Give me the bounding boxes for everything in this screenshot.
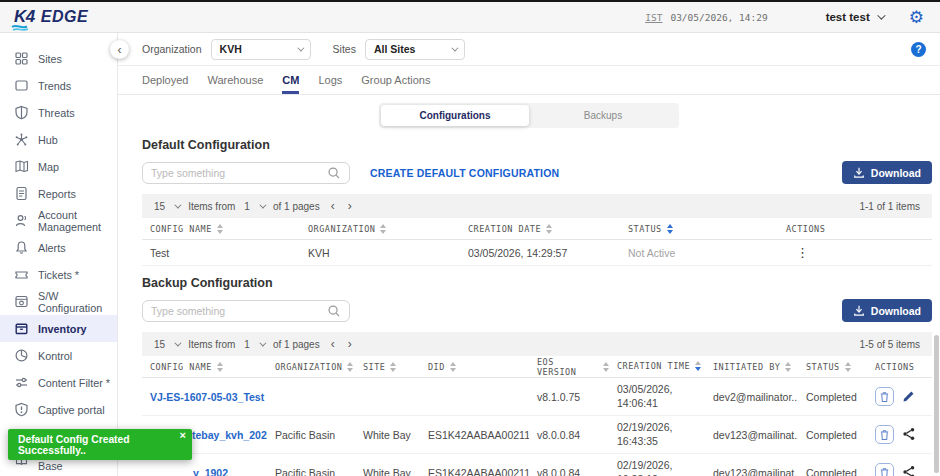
initiated-by-cell: dev2@mailinator...	[705, 391, 798, 403]
sidebar-item-reports[interactable]: Reports	[0, 180, 117, 207]
items-from-label: Items from	[188, 201, 235, 212]
sidebar-item-threats[interactable]: Threats	[0, 99, 117, 126]
delete-button[interactable]	[875, 463, 894, 476]
download-button[interactable]: Download	[842, 299, 932, 322]
toast-close-icon[interactable]: ×	[180, 429, 186, 441]
sidebar-item-label: Hub	[38, 134, 58, 146]
organization-label: Organization	[142, 43, 202, 55]
backup-pagination: 15 Items from 1 of 1 pages ‹ › 1-5 of 5 …	[142, 332, 932, 356]
page-size-value[interactable]: 15	[154, 201, 165, 212]
inventory-box-icon	[14, 321, 29, 336]
sort-icon[interactable]	[546, 224, 552, 234]
column-header: DID	[428, 362, 445, 372]
search-input[interactable]	[151, 305, 327, 317]
page-size-value[interactable]: 15	[154, 339, 165, 350]
delete-button[interactable]	[875, 425, 894, 444]
of-pages-label: of 1 pages	[273, 201, 320, 212]
sidebar: Sites Trends Threats Hub Map Reports	[0, 33, 118, 476]
column-header: CONFIG NAME	[150, 362, 212, 372]
sidebar-item-content-filter[interactable]: Content Filter *	[0, 369, 117, 396]
sidebar-item-captive-portal[interactable]: Captive portal	[0, 396, 117, 423]
sidebar-item-hub[interactable]: Hub	[0, 126, 117, 153]
user-name: test test	[826, 11, 870, 23]
chevron-down-icon	[175, 339, 182, 346]
tab-logs[interactable]: Logs	[318, 74, 342, 94]
sidebar-item-sites[interactable]: Sites	[0, 45, 117, 72]
table-row: test_whitebay_kvh_2026 Pacific Basin Whi…	[142, 416, 932, 454]
default-configuration-section: Default Configuration CREATE DEFAULT CON…	[118, 138, 940, 266]
page-number-value[interactable]: 1	[244, 201, 250, 212]
sort-icon[interactable]	[845, 362, 851, 372]
status-cell: Completed	[798, 429, 867, 441]
next-page-button[interactable]: ›	[346, 337, 354, 351]
column-header: CREATION DATE	[468, 224, 541, 234]
download-button[interactable]: Download	[842, 161, 932, 184]
help-icon[interactable]: ?	[911, 42, 926, 57]
creation-time-cell: 02/19/2026, 16:43:35	[609, 421, 705, 448]
sort-icon[interactable]	[785, 362, 791, 372]
sidebar-collapse-button[interactable]: ‹	[110, 40, 129, 59]
tab-cm[interactable]: CM	[282, 74, 299, 94]
chevron-down-icon	[175, 201, 182, 208]
page-number-value[interactable]: 1	[244, 339, 250, 350]
did-cell: ES1K42AABAA002110	[420, 429, 529, 441]
sites-dropdown[interactable]: All Sites	[365, 39, 465, 60]
organization-value: KVH	[220, 43, 242, 55]
subtab-backups[interactable]: Backups	[529, 105, 677, 126]
config-name-cell: Test	[142, 247, 300, 259]
config-name-link[interactable]: VJ-ES-1607-05-03_Test	[142, 391, 267, 403]
sidebar-item-kontrol[interactable]: Kontrol	[0, 342, 117, 369]
sort-icon[interactable]	[217, 224, 223, 234]
column-header: ACTIONS	[875, 362, 914, 372]
initiated-by-cell: dev123@mailinat...	[705, 467, 798, 476]
kebab-menu-icon[interactable]: ⋮	[786, 245, 809, 260]
sidebar-item-map[interactable]: Map	[0, 153, 117, 180]
prev-page-button[interactable]: ‹	[329, 337, 337, 351]
create-default-configuration-link[interactable]: CREATE DEFAULT CONFIGURATION	[370, 167, 559, 179]
sidebar-item-trends[interactable]: Trends	[0, 72, 117, 99]
sort-icon[interactable]	[217, 362, 223, 372]
sidebar-item-account-management[interactable]: Account Management	[0, 207, 117, 234]
config-name-link[interactable]: y_1902	[142, 467, 267, 476]
datetime-label: 03/05/2026, 14:29	[670, 12, 767, 23]
organization-dropdown[interactable]: KVH	[211, 39, 311, 60]
sort-icon[interactable]	[380, 224, 386, 234]
search-input[interactable]	[151, 167, 327, 179]
subtab-configurations[interactable]: Configurations	[381, 105, 529, 126]
sort-icon[interactable]	[390, 362, 396, 372]
default-search[interactable]	[142, 162, 350, 184]
sidebar-item-label: Content Filter *	[38, 377, 110, 389]
share-button[interactable]	[902, 427, 916, 443]
window-gear-icon	[14, 294, 29, 309]
tab-group-actions[interactable]: Group Actions	[361, 74, 430, 94]
tab-deployed[interactable]: Deployed	[142, 74, 188, 94]
trash-icon	[879, 467, 890, 476]
sort-icon[interactable]	[450, 362, 456, 372]
vertical-scrollbar[interactable]	[934, 335, 939, 473]
sort-icon[interactable]	[667, 224, 673, 234]
next-page-button[interactable]: ›	[346, 199, 354, 213]
settings-gear-icon[interactable]: ⚙	[909, 9, 924, 26]
sidebar-item-alerts[interactable]: Alerts	[0, 234, 117, 261]
sidebar-item-inventory[interactable]: Inventory	[0, 315, 117, 342]
tab-warehouse[interactable]: Warehouse	[207, 74, 263, 94]
edit-button[interactable]	[902, 389, 916, 405]
share-button[interactable]	[902, 465, 916, 476]
sidebar-item-label: Captive portal	[38, 404, 105, 416]
user-menu[interactable]: test test	[826, 11, 883, 23]
column-header: STATUS	[628, 224, 662, 234]
timezone-label[interactable]: IST	[645, 12, 662, 23]
sidebar-item-sw-configuration[interactable]: S/W Configuration	[0, 288, 117, 315]
sidebar-item-tickets[interactable]: Tickets *	[0, 261, 117, 288]
items-from-label: Items from	[188, 339, 235, 350]
sort-icon[interactable]	[695, 361, 701, 371]
share-icon	[902, 427, 916, 441]
delete-button[interactable]	[875, 387, 894, 406]
topbar: K4 EDGE IST 03/05/2026, 14:29 test test …	[0, 2, 940, 33]
eos-version-cell: v8.1.0.75	[529, 391, 609, 403]
backup-search[interactable]	[142, 300, 350, 322]
sort-icon[interactable]	[347, 362, 353, 372]
prev-page-button[interactable]: ‹	[329, 199, 337, 213]
organization-cell: KVH	[300, 247, 460, 259]
backup-table-header: CONFIG NAME ORGANIZATION SITE DID EOS VE…	[142, 356, 932, 378]
